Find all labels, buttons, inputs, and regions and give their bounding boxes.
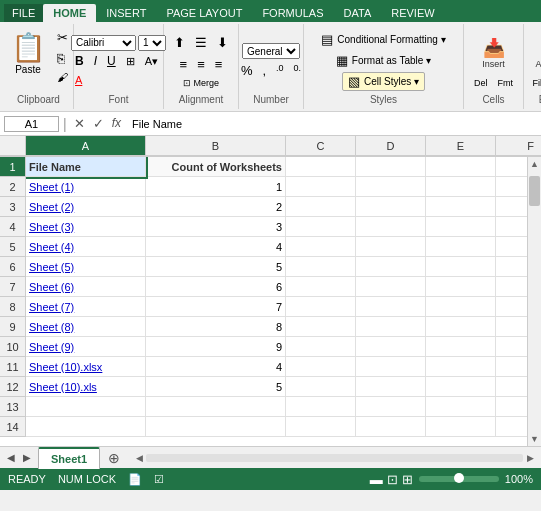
italic-button[interactable]: I [90,53,101,69]
row-num-14[interactable]: 14 [0,417,26,437]
cell-f10[interactable] [496,337,527,357]
cut-button[interactable]: ✂ [53,28,72,48]
cell-b12[interactable]: 5 [146,377,286,397]
cell-e11[interactable] [426,357,496,377]
row-num-1[interactable]: 1 [0,157,26,177]
cell-b7[interactable]: 6 [146,277,286,297]
tab-home[interactable]: HOME [43,4,96,22]
copy-button[interactable]: ⎘ [53,49,72,69]
autosum-button[interactable]: Σ AutoSum [529,34,541,73]
cell-a8[interactable]: Sheet (7) [26,297,146,317]
font-color-button[interactable]: A [71,72,86,89]
col-header-c[interactable]: C [286,136,356,156]
scroll-track[interactable] [528,171,541,432]
scroll-thumb[interactable] [529,176,540,206]
cell-d10[interactable] [356,337,426,357]
format-cells-button[interactable]: Fmt [494,76,518,91]
cell-d6[interactable] [356,257,426,277]
col-header-d[interactable]: D [356,136,426,156]
cell-f11[interactable] [496,357,527,377]
cell-c4[interactable] [286,217,356,237]
paste-button[interactable]: 📋 Paste [6,28,51,92]
cell-f4[interactable] [496,217,527,237]
cell-c7[interactable] [286,277,356,297]
row-num-6[interactable]: 6 [0,257,26,277]
cell-c8[interactable] [286,297,356,317]
col-header-a[interactable]: A [26,136,146,156]
cell-a7[interactable]: Sheet (6) [26,277,146,297]
cell-b4[interactable]: 3 [146,217,286,237]
cell-a6[interactable]: Sheet (5) [26,257,146,277]
comma-button[interactable]: , [258,61,270,81]
formula-input[interactable] [128,117,537,131]
cell-d12[interactable] [356,377,426,397]
tab-file[interactable]: FILE [4,4,43,22]
cell-e4[interactable] [426,217,496,237]
row-num-10[interactable]: 10 [0,337,26,357]
page-layout-button[interactable]: ⊡ [387,472,398,487]
font-size-select[interactable]: 11 [138,35,166,51]
delete-cells-button[interactable]: Del [470,76,492,91]
cell-b2[interactable]: 1 [146,177,286,197]
cell-f5[interactable] [496,237,527,257]
cell-d1[interactable] [356,157,426,177]
cell-b9[interactable]: 8 [146,317,286,337]
cell-e12[interactable] [426,377,496,397]
sheet-tab-sheet1[interactable]: Sheet1 [38,447,100,469]
increase-decimal-button[interactable]: .0 [272,61,288,81]
cell-f12[interactable] [496,377,527,397]
horizontal-scrollbar[interactable]: ◀ ▶ [128,451,541,465]
align-middle-button[interactable]: ☰ [191,33,211,53]
cell-b3[interactable]: 2 [146,197,286,217]
percent-button[interactable]: % [237,61,257,81]
cell-a12[interactable]: Sheet (10).xls [26,377,146,397]
cell-a11[interactable]: Sheet (10).xlsx [26,357,146,377]
cell-b14[interactable] [146,417,286,437]
tab-formulas[interactable]: FORMULAS [252,4,333,22]
normal-view-button[interactable]: ▬ [370,472,383,487]
cell-e13[interactable] [426,397,496,417]
cell-f9[interactable] [496,317,527,337]
cell-d3[interactable] [356,197,426,217]
cell-e5[interactable] [426,237,496,257]
cell-e8[interactable] [426,297,496,317]
cell-d14[interactable] [356,417,426,437]
cell-c12[interactable] [286,377,356,397]
format-as-table-button[interactable]: ▦ Format as Table ▾ [330,51,437,70]
cell-c13[interactable] [286,397,356,417]
add-sheet-button[interactable]: ⊕ [100,448,128,468]
confirm-formula-button[interactable]: ✓ [90,116,107,131]
cell-reference-input[interactable] [4,116,59,132]
vertical-scrollbar[interactable]: ▲ ▼ [527,157,541,446]
cell-c5[interactable] [286,237,356,257]
scroll-up-button[interactable]: ▲ [528,157,541,171]
cell-f7[interactable] [496,277,527,297]
cell-d4[interactable] [356,217,426,237]
row-num-12[interactable]: 12 [0,377,26,397]
decrease-decimal-button[interactable]: 0. [290,61,306,81]
cell-d13[interactable] [356,397,426,417]
cell-b13[interactable] [146,397,286,417]
cell-c10[interactable] [286,337,356,357]
hscroll-left-button[interactable]: ◀ [132,451,146,465]
cell-a1[interactable]: File Name [26,157,146,177]
format-painter-button[interactable]: 🖌 [53,69,72,86]
cell-a4[interactable]: Sheet (3) [26,217,146,237]
hscroll-track[interactable] [146,454,523,462]
cell-b5[interactable]: 4 [146,237,286,257]
row-num-8[interactable]: 8 [0,297,26,317]
tab-insert[interactable]: INSERT [96,4,156,22]
align-bottom-button[interactable]: ⬇ [213,33,232,53]
align-right-button[interactable]: ≡ [211,55,227,75]
row-num-5[interactable]: 5 [0,237,26,257]
cell-e1[interactable] [426,157,496,177]
cell-f13[interactable] [496,397,527,417]
tab-page-layout[interactable]: PAGE LAYOUT [156,4,252,22]
row-num-13[interactable]: 13 [0,397,26,417]
col-header-e[interactable]: E [426,136,496,156]
conditional-formatting-button[interactable]: ▤ Conditional Formatting ▾ [315,30,451,49]
row-num-7[interactable]: 7 [0,277,26,297]
zoom-slider[interactable] [419,476,499,482]
cell-styles-button[interactable]: ▧ Cell Styles ▾ [342,72,425,91]
cell-f8[interactable] [496,297,527,317]
